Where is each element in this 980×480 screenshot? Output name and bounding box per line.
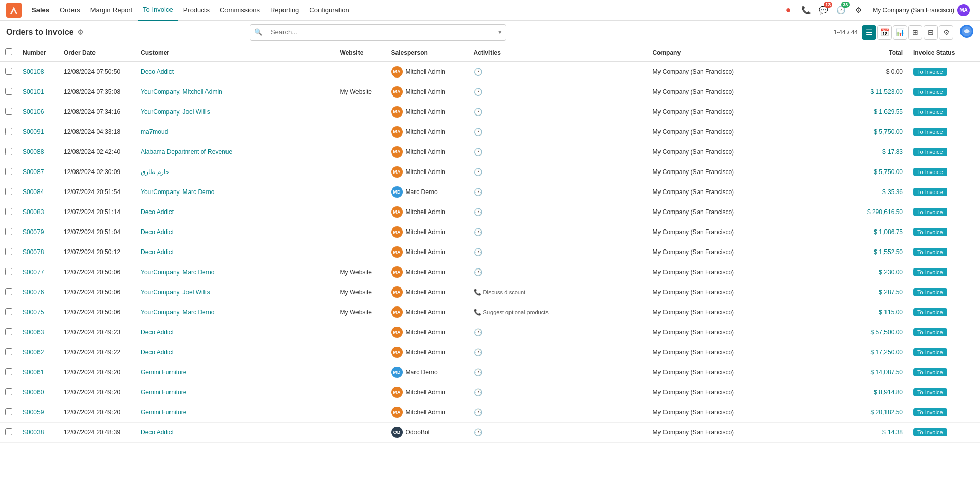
order-number-link[interactable]: S00075 <box>23 309 44 316</box>
row-checkbox[interactable] <box>5 168 12 175</box>
customer-link[interactable]: Gemini Furniture <box>141 389 186 396</box>
order-number-cell[interactable]: S00106 <box>17 102 59 122</box>
customer-cell[interactable]: حازم طارق <box>136 162 335 182</box>
row-checkbox-cell[interactable] <box>0 382 17 402</box>
nav-reporting[interactable]: Reporting <box>265 0 304 21</box>
order-number-link[interactable]: S00076 <box>23 289 44 296</box>
order-number-link[interactable]: S00101 <box>23 88 44 95</box>
customer-link[interactable]: Alabama Department of Revenue <box>141 148 232 156</box>
order-number-link[interactable]: S00079 <box>23 228 44 236</box>
customer-link[interactable]: Deco Addict <box>141 329 174 336</box>
row-checkbox-cell[interactable] <box>0 282 17 302</box>
row-checkbox-cell[interactable] <box>0 322 17 342</box>
order-number-cell[interactable]: S00075 <box>17 302 59 322</box>
chat-icon[interactable]: 💬 13 <box>816 3 831 17</box>
select-all-checkbox[interactable] <box>5 48 12 55</box>
row-checkbox[interactable] <box>5 328 12 335</box>
tools-icon[interactable]: ⚙ <box>851 3 865 17</box>
col-header-activities[interactable]: Activities <box>468 44 648 62</box>
row-checkbox-cell[interactable] <box>0 222 17 242</box>
nav-sales[interactable]: Sales <box>27 0 54 21</box>
customer-cell[interactable]: YourCompany, Mitchell Admin <box>136 82 335 102</box>
customer-link[interactable]: Deco Addict <box>141 349 174 356</box>
nav-orders[interactable]: Orders <box>54 0 85 21</box>
row-checkbox-cell[interactable] <box>0 162 17 182</box>
row-checkbox-cell[interactable] <box>0 262 17 282</box>
customer-link[interactable]: YourCompany, Joel Willis <box>141 108 210 116</box>
order-number-link[interactable]: S00038 <box>23 429 44 436</box>
customer-link[interactable]: Deco Addict <box>141 248 174 256</box>
customer-cell[interactable]: Alabama Department of Revenue <box>136 142 335 162</box>
row-checkbox[interactable] <box>5 248 12 255</box>
row-checkbox[interactable] <box>5 208 12 215</box>
col-header-date[interactable]: Order Date <box>59 44 136 62</box>
order-number-link[interactable]: S00108 <box>23 68 44 75</box>
col-header-company[interactable]: Company <box>647 44 846 62</box>
row-checkbox[interactable] <box>5 408 12 415</box>
customer-cell[interactable]: Deco Addict <box>136 322 335 342</box>
order-number-link[interactable]: S00059 <box>23 409 44 416</box>
customer-cell[interactable]: Gemini Furniture <box>136 402 335 423</box>
order-number-cell[interactable]: S00059 <box>17 402 59 423</box>
row-checkbox[interactable] <box>5 388 12 395</box>
customer-cell[interactable]: YourCompany, Joel Willis <box>136 282 335 302</box>
order-number-cell[interactable]: S00084 <box>17 182 59 202</box>
order-number-cell[interactable]: S00079 <box>17 222 59 242</box>
row-checkbox-cell[interactable] <box>0 62 17 82</box>
row-checkbox[interactable] <box>5 268 12 275</box>
row-checkbox-cell[interactable] <box>0 82 17 102</box>
row-checkbox[interactable] <box>5 108 12 115</box>
order-number-link[interactable]: S00083 <box>23 208 44 216</box>
view-calendar-btn[interactable]: 📅 <box>877 25 892 40</box>
search-input[interactable] <box>267 28 494 36</box>
customer-link[interactable]: YourCompany, Joel Willis <box>141 289 210 296</box>
row-checkbox-cell[interactable] <box>0 122 17 142</box>
row-checkbox-cell[interactable] <box>0 302 17 322</box>
order-number-cell[interactable]: S00076 <box>17 282 59 302</box>
customer-cell[interactable]: Deco Addict <box>136 202 335 222</box>
order-number-cell[interactable]: S00083 <box>17 202 59 222</box>
customer-link[interactable]: YourCompany, Marc Demo <box>141 188 214 196</box>
order-number-cell[interactable]: S00101 <box>17 82 59 102</box>
row-checkbox-cell[interactable] <box>0 142 17 162</box>
row-checkbox[interactable] <box>5 288 12 295</box>
row-checkbox[interactable] <box>5 128 12 135</box>
order-number-link[interactable]: S00091 <box>23 128 44 136</box>
settings-gear-icon[interactable]: ⚙ <box>77 28 84 36</box>
order-number-link[interactable]: S00084 <box>23 188 44 196</box>
col-header-website[interactable]: Website <box>335 44 386 62</box>
order-number-link[interactable]: S00060 <box>23 389 44 396</box>
view-chart-btn[interactable]: 📊 <box>893 25 907 40</box>
order-number-cell[interactable]: S00087 <box>17 162 59 182</box>
order-number-cell[interactable]: S00088 <box>17 142 59 162</box>
row-checkbox[interactable] <box>5 68 12 75</box>
customer-link[interactable]: YourCompany, Marc Demo <box>141 309 214 316</box>
order-number-link[interactable]: S00063 <box>23 329 44 336</box>
order-number-link[interactable]: S00077 <box>23 268 44 276</box>
row-checkbox[interactable] <box>5 188 12 195</box>
order-number-cell[interactable]: S00062 <box>17 342 59 362</box>
customer-cell[interactable]: YourCompany, Marc Demo <box>136 262 335 282</box>
row-checkbox-cell[interactable] <box>0 102 17 122</box>
view-settings-btn[interactable]: ⚙ <box>939 25 953 40</box>
col-header-customer[interactable]: Customer <box>136 44 335 62</box>
order-number-link[interactable]: S00087 <box>23 168 44 176</box>
customer-link[interactable]: Gemini Furniture <box>141 409 186 416</box>
order-number-link[interactable]: S00061 <box>23 369 44 376</box>
customer-cell[interactable]: YourCompany, Joel Willis <box>136 102 335 122</box>
customer-cell[interactable]: Deco Addict <box>136 342 335 362</box>
row-checkbox[interactable] <box>5 368 12 375</box>
nav-margin-report[interactable]: Margin Report <box>85 0 138 21</box>
customer-cell[interactable]: YourCompany, Marc Demo <box>136 302 335 322</box>
search-filter-toggle[interactable]: ▾ <box>494 25 506 40</box>
select-all-checkbox-col[interactable] <box>0 44 17 62</box>
order-number-cell[interactable]: S00063 <box>17 322 59 342</box>
customer-cell[interactable]: Gemini Furniture <box>136 362 335 382</box>
customer-link[interactable]: YourCompany, Mitchell Admin <box>141 88 222 95</box>
row-checkbox-cell[interactable] <box>0 362 17 382</box>
row-checkbox[interactable] <box>5 88 12 95</box>
customer-link[interactable]: Gemini Furniture <box>141 369 186 376</box>
nav-products[interactable]: Products <box>178 0 215 21</box>
col-header-number[interactable]: Number <box>17 44 59 62</box>
row-checkbox[interactable] <box>5 348 12 355</box>
